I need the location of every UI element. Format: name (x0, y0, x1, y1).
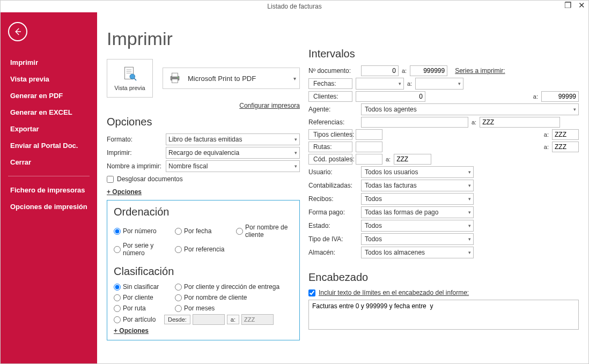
tipos-to-input[interactable] (552, 129, 579, 140)
ref-label: Referencias: (308, 118, 358, 126)
preview-label: Vista previa (114, 85, 145, 91)
printer-select[interactable]: Microsoft Print to PDF ▾ (163, 68, 300, 89)
printer-icon (167, 71, 182, 86)
clientes-button[interactable]: Clientes: (308, 91, 352, 102)
ndoc-label: Nº documento: (308, 67, 358, 75)
agente-select[interactable]: Todos los agentes▾ (361, 103, 579, 115)
orden-nombre[interactable]: Por nombre de cliente (236, 224, 293, 239)
tipos-button[interactable]: Tipos clientes: (308, 129, 352, 140)
clasif-cli-dir[interactable]: Por cliente y dirección de entrega (175, 283, 293, 291)
iva-label: Tipo de IVA: (308, 235, 358, 243)
ref-to-input[interactable] (480, 117, 560, 128)
ref-from-input[interactable] (361, 117, 468, 128)
ordenacion-panel: Ordenación Por número Por fecha Por nomb… (107, 200, 300, 340)
mas-opciones-clasif-link[interactable]: + Opciones (114, 327, 149, 335)
document-magnifier-icon (121, 65, 138, 83)
formato-label: Formato: (107, 136, 166, 143)
enc-checkbox[interactable]: Incluir texto de límites en el encabezad… (308, 289, 579, 296)
tipos-from-input[interactable] (356, 129, 382, 140)
a-label: a: (227, 315, 239, 324)
clasif-meses[interactable]: Por meses (175, 304, 293, 312)
orden-numero[interactable]: Por número (114, 224, 173, 239)
estado-select[interactable]: Todos▾ (361, 220, 474, 232)
rutas-to-input[interactable] (552, 142, 579, 152)
cp-from-input[interactable] (356, 154, 382, 165)
rutas-from-input[interactable] (356, 142, 382, 152)
enc-checkbox-input[interactable] (308, 289, 315, 296)
clasif-nombre[interactable]: Por nombre de cliente (175, 294, 293, 301)
sidebar-item-vista-previa[interactable]: Vista previa (1, 71, 97, 87)
ndoc-to-input[interactable] (410, 65, 447, 76)
recibos-select[interactable]: Todos▾ (361, 193, 474, 205)
mas-opciones-link[interactable]: + Opciones (107, 188, 142, 196)
config-printer-link[interactable]: Configurar impresora (107, 102, 300, 109)
desglosar-checkbox[interactable]: Desglosar documentos (107, 175, 300, 183)
encabezado-heading: Encabezado (308, 271, 579, 284)
usuario-label: Usuario: (308, 168, 358, 176)
fecha-to-select[interactable]: ▾ (415, 78, 463, 90)
almacen-label: Almacén: (308, 249, 358, 256)
sidebar-item-opciones-imp[interactable]: Opciones de impresión (1, 198, 97, 215)
cp-button[interactable]: Cód. postales: (308, 154, 352, 165)
window-title: Listado de facturas (267, 3, 321, 10)
clasif-sin[interactable]: Sin clasificar (114, 283, 173, 291)
back-button[interactable] (8, 22, 27, 41)
page-title: Imprimir (107, 28, 300, 49)
cp-to-input[interactable] (394, 154, 431, 165)
sidebar-separator (8, 176, 90, 176)
close-button[interactable]: ✕ (578, 2, 585, 9)
estado-label: Estado: (308, 222, 358, 229)
orden-ref[interactable]: Por referencia (175, 242, 234, 257)
intervalos-heading: Intervalos (308, 48, 579, 60)
clasificacion-heading: Clasificación (114, 265, 293, 278)
sidebar-item-imprimir[interactable]: Imprimir (1, 54, 97, 71)
sidebar-item-exportar[interactable]: Exportar (1, 121, 97, 137)
usuario-select[interactable]: Todos los usuarios▾ (361, 166, 474, 178)
rutas-button[interactable]: Rutas: (308, 142, 352, 152)
contab-label: Contabilizadas: (308, 182, 358, 189)
sidebar: Imprimir Vista previa Generar en PDF Gen… (1, 12, 97, 363)
chevron-down-icon: ▾ (293, 76, 296, 81)
cli-from-input[interactable] (356, 91, 425, 102)
contab-select[interactable]: Todas las facturas▾ (361, 180, 474, 191)
svg-line-5 (134, 78, 136, 80)
desde-label: Desde: (164, 315, 190, 324)
maximize-button[interactable]: ❐ (564, 2, 571, 9)
iva-select[interactable]: Todos▾ (361, 233, 474, 245)
articulo-desde-input[interactable] (193, 314, 225, 325)
orden-serie[interactable]: Por serie y número (114, 242, 173, 257)
formato-select[interactable]: Libro de facturas emitidas▾ (166, 133, 300, 145)
cli-to-input[interactable] (541, 91, 579, 102)
sidebar-item-pdf[interactable]: Generar en PDF (1, 87, 97, 104)
sidebar-item-fichero[interactable]: Fichero de impresoras (1, 182, 97, 198)
printer-name: Microsoft Print to PDF (188, 75, 256, 83)
svg-point-9 (178, 77, 179, 78)
fecha-from-select[interactable]: ▾ (356, 78, 404, 90)
desglosar-input[interactable] (107, 176, 114, 183)
clasif-ruta[interactable]: Por ruta (114, 304, 173, 312)
sidebar-item-excel[interactable]: Generar en EXCEL (1, 104, 97, 121)
nombre-label: Nombre a imprimir: (107, 162, 166, 170)
forma-select[interactable]: Todas las formas de pago▾ (361, 206, 474, 218)
sidebar-item-cerrar[interactable]: Cerrar (1, 154, 97, 170)
clasif-articulo[interactable]: Por artículo (114, 316, 162, 323)
agente-label: Agente: (308, 106, 358, 113)
fechas-button[interactable]: Fechas: (308, 78, 352, 89)
preview-button[interactable]: Vista previa (107, 59, 153, 98)
opciones-heading: Opciones (107, 116, 300, 128)
imprimir-label: Imprimir: (107, 149, 166, 157)
articulo-hasta-input[interactable] (241, 314, 274, 325)
orden-fecha[interactable]: Por fecha (175, 224, 234, 239)
svg-rect-8 (172, 79, 178, 83)
arrow-left-icon (13, 27, 23, 36)
enc-textarea[interactable] (308, 300, 579, 330)
svg-rect-7 (172, 73, 178, 77)
imprimir-select[interactable]: Recargo de equivalencia▾ (166, 147, 300, 159)
almacen-select[interactable]: Todos los almacenes▾ (361, 247, 474, 258)
clasif-cliente[interactable]: Por cliente (114, 294, 173, 301)
series-link[interactable]: Series a imprimir: (455, 67, 505, 75)
ordenacion-heading: Ordenación (114, 206, 293, 218)
sidebar-item-portal[interactable]: Enviar al Portal Doc. (1, 137, 97, 154)
ndoc-from-input[interactable] (361, 65, 399, 76)
nombre-select[interactable]: Nombre fiscal▾ (166, 160, 300, 172)
